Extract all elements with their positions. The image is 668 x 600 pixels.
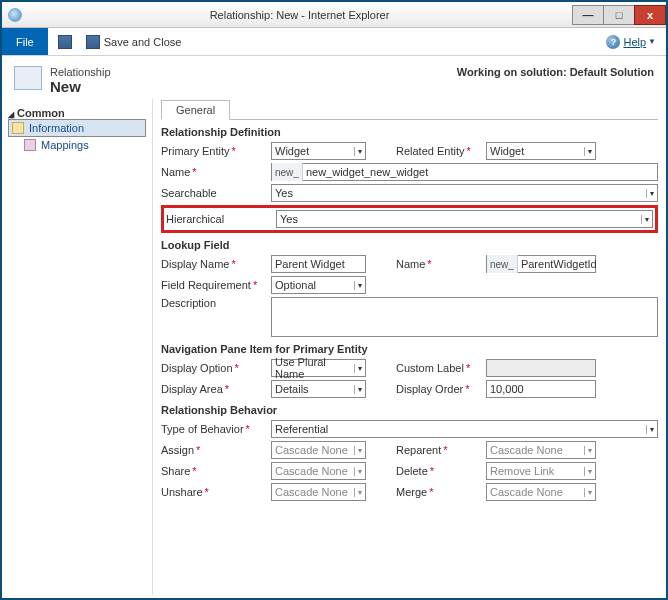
display-area-label: Display Area* [161,383,271,395]
related-entity-label: Related Entity* [396,145,486,157]
content-area: General Relationship Definition Primary … [152,99,666,595]
header: Relationship New Working on solution: De… [2,56,666,99]
close-button[interactable]: x [634,5,666,25]
chevron-down-icon: ▾ [584,488,592,497]
type-of-behavior-label: Type of Behavior* [161,423,271,435]
related-entity-select[interactable]: Widget▾ [486,142,596,160]
hierarchical-label: Hierarchical [166,213,276,225]
entity-type-label: Relationship [50,66,111,78]
primary-entity-select[interactable]: Widget▾ [271,142,366,160]
display-option-label: Display Option* [161,362,271,374]
chevron-down-icon: ▾ [354,364,362,373]
display-name-label: Display Name* [161,258,271,270]
tabs: General [161,99,658,120]
chevron-down-icon: ▾ [646,425,654,434]
hierarchical-highlight: Hierarchical Yes▾ [161,205,658,233]
titlebar: Relationship: New - Internet Explorer — … [2,2,666,28]
lookup-name-input[interactable]: new_ParentWidgetId [486,255,596,273]
side-nav: ◢Common Information Mappings [2,99,152,595]
save-and-close-icon[interactable] [86,35,100,49]
chevron-down-icon: ▾ [354,281,362,290]
custom-label-label: Custom Label* [396,362,486,374]
relationship-icon [14,66,42,90]
tab-general[interactable]: General [161,100,230,120]
searchable-select[interactable]: Yes▾ [271,184,658,202]
chevron-down-icon: ▾ [646,189,654,198]
section-behavior: Relationship Behavior [161,404,658,416]
searchable-label: Searchable [161,187,271,199]
section-lookup-field: Lookup Field [161,239,658,251]
reparent-label: Reparent* [396,444,486,456]
merge-label: Merge* [396,486,486,498]
primary-entity-label: Primary Entity* [161,145,271,157]
toolbar: File Save and Close ? Help ▼ [2,28,666,56]
caret-icon: ◢ [8,110,14,119]
field-requirement-label: Field Requirement* [161,279,271,291]
chevron-down-icon: ▾ [584,446,592,455]
display-area-select[interactable]: Details▾ [271,380,366,398]
delete-select: Remove Link▾ [486,462,596,480]
reparent-select: Cascade None▾ [486,441,596,459]
assign-select: Cascade None▾ [271,441,366,459]
description-input[interactable] [271,297,658,337]
lookup-name-label: Name* [396,258,486,270]
display-name-input[interactable]: Parent Widget [271,255,366,273]
mappings-icon [24,139,36,151]
unshare-select: Cascade None▾ [271,483,366,501]
chevron-down-icon: ▾ [354,446,362,455]
nav-item-mappings[interactable]: Mappings [8,137,146,153]
minimize-button[interactable]: — [572,5,604,25]
display-order-input[interactable]: 10,000 [486,380,596,398]
merge-select: Cascade None▾ [486,483,596,501]
chevron-down-icon: ▾ [354,147,362,156]
name-label: Name* [161,166,271,178]
nav-group-common[interactable]: ◢Common [8,107,146,119]
share-label: Share* [161,465,271,477]
name-input[interactable]: new_new_widget_new_widget [271,163,658,181]
lookup-name-prefix: new_ [487,255,518,273]
info-icon [12,122,24,134]
window-title: Relationship: New - Internet Explorer [26,9,573,21]
section-nav-pane: Navigation Pane Item for Primary Entity [161,343,658,355]
save-and-close-button[interactable]: Save and Close [104,36,182,48]
type-of-behavior-select[interactable]: Referential▾ [271,420,658,438]
chevron-down-icon: ▾ [354,385,362,394]
chevron-down-icon: ▼ [648,37,656,46]
delete-label: Delete* [396,465,486,477]
display-option-select[interactable]: Use Plural Name▾ [271,359,366,377]
help-icon: ? [606,35,620,49]
share-select: Cascade None▾ [271,462,366,480]
maximize-button[interactable]: □ [603,5,635,25]
nav-item-information[interactable]: Information [8,119,146,137]
ie-icon [8,8,22,22]
help-menu[interactable]: ? Help ▼ [606,35,656,49]
chevron-down-icon: ▾ [641,215,649,224]
description-label: Description [161,297,271,309]
save-icon[interactable] [58,35,72,49]
chevron-down-icon: ▾ [584,467,592,476]
chevron-down-icon: ▾ [584,147,592,156]
hierarchical-select[interactable]: Yes▾ [276,210,653,228]
help-label: Help [623,36,646,48]
chevron-down-icon: ▾ [354,467,362,476]
chevron-down-icon: ▾ [354,488,362,497]
record-name: New [50,78,111,95]
file-menu[interactable]: File [2,28,48,55]
name-prefix: new_ [272,163,303,181]
assign-label: Assign* [161,444,271,456]
field-requirement-select[interactable]: Optional▾ [271,276,366,294]
custom-label-input [486,359,596,377]
section-relationship-definition: Relationship Definition [161,126,658,138]
solution-context: Working on solution: Default Solution [457,66,654,95]
display-order-label: Display Order* [396,383,486,395]
unshare-label: Unshare* [161,486,271,498]
